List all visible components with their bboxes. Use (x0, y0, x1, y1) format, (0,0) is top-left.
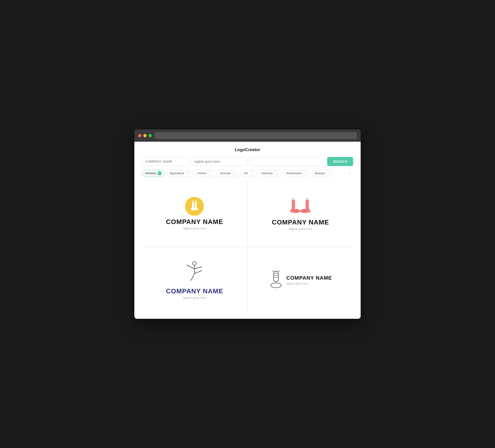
logo-grid: COMPANY NAME tagline goes here (142, 181, 353, 313)
svg-line-32 (278, 271, 280, 272)
logo2-company: COMPANY NAME (272, 219, 329, 226)
filter-bar: Abstract✓Agriculture✓Airline✓Animals✓Art… (142, 170, 353, 177)
filter-chip-beauty[interactable]: Beauty✓ (312, 170, 333, 177)
filter-label: Abstract (145, 171, 156, 175)
svg-rect-26 (274, 271, 278, 282)
filter-chip-automotive[interactable]: Automotive✓ (283, 170, 310, 177)
svg-line-5 (193, 200, 194, 202)
filter-chip-animals[interactable]: Animals✓ (217, 170, 239, 177)
filter-chip-attorney[interactable]: Attorney✓ (258, 170, 281, 177)
svg-point-21 (201, 267, 202, 268)
logo-card-3[interactable]: COMPANY NAME tagline goes here (142, 247, 247, 313)
address-bar (155, 132, 357, 139)
filter-label: Agriculture (170, 171, 184, 175)
svg-line-4 (192, 200, 193, 202)
filter-check-icon: ✓ (303, 171, 307, 175)
filter-check-icon: ✓ (274, 171, 278, 175)
svg-line-23 (194, 271, 200, 274)
app-content: LogoCreator SEARCH Abstract✓Agriculture✓… (134, 142, 361, 319)
ballet-shoe-outline-icon (269, 271, 283, 289)
svg-point-15 (302, 209, 307, 212)
company-name-input[interactable] (142, 157, 189, 166)
filter-check-icon: ✓ (326, 171, 330, 175)
logo2-tagline: tagline goes here (289, 227, 312, 231)
svg-line-7 (196, 200, 197, 202)
filter-label: Animals (220, 171, 231, 175)
svg-point-27 (271, 283, 281, 288)
filter-check-icon: ✓ (249, 171, 253, 175)
logo-card-3-inner: COMPANY NAME tagline goes here (166, 261, 223, 299)
pink-ballet-shoes-icon (289, 196, 312, 216)
filter-chip-art[interactable]: Art✓ (241, 170, 256, 177)
svg-line-6 (195, 200, 196, 202)
logo-card-1[interactable]: COMPANY NAME tagline goes here (142, 181, 247, 247)
logo4-tagline: tagline goes here (286, 282, 332, 285)
logo3-company: COMPANY NAME (166, 287, 223, 295)
svg-line-31 (272, 271, 274, 272)
filter-next-arrow[interactable]: → (345, 170, 353, 177)
svg-line-25 (200, 270, 202, 271)
search-bar: SEARCH (142, 157, 353, 166)
svg-rect-1 (192, 202, 194, 209)
filter-label: Beauty (315, 171, 324, 175)
filter-check-icon: ✓ (232, 171, 236, 175)
svg-point-14 (294, 209, 298, 212)
filter-chip-agriculture[interactable]: Agriculture✓ (167, 170, 193, 177)
svg-line-19 (194, 267, 201, 269)
traffic-lights (138, 134, 152, 137)
logo3-tagline: tagline goes here (183, 296, 206, 299)
filter-label: Art (244, 171, 248, 175)
logo-card-1-inner: COMPANY NAME tagline goes here (166, 197, 223, 230)
browser-window: LogoCreator SEARCH Abstract✓Agriculture✓… (134, 129, 361, 319)
close-button[interactable] (138, 134, 141, 137)
filter-check-icon: ✓ (186, 171, 190, 175)
logo-card-2[interactable]: COMPANY NAME tagline goes here (248, 181, 353, 247)
filter-chip-abstract[interactable]: Abstract✓ (142, 170, 165, 177)
svg-line-22 (192, 274, 194, 280)
ballet-shoes-yellow-icon (185, 197, 204, 216)
logo-card-4-inner: COMPANY NAME tagline goes here (269, 271, 332, 289)
logo4-text: COMPANY NAME tagline goes here (286, 275, 332, 285)
svg-point-20 (187, 265, 188, 266)
filter-chip-airline[interactable]: Airline✓ (195, 170, 215, 177)
logo1-tagline: tagline goes here (183, 227, 206, 230)
svg-rect-3 (195, 202, 197, 209)
filter-check-icon: ✓ (207, 171, 212, 175)
logo1-company: COMPANY NAME (166, 218, 223, 226)
svg-point-16 (192, 262, 196, 265)
filter-label: Automotive (286, 171, 302, 175)
ballet-dancer-icon (185, 261, 204, 285)
search-button[interactable]: SEARCH (327, 157, 353, 166)
logo-card-4[interactable]: COMPANY NAME tagline goes here (248, 247, 353, 313)
logo4-company: COMPANY NAME (286, 275, 332, 281)
minimize-button[interactable] (143, 134, 147, 137)
svg-line-18 (187, 265, 194, 269)
filter-label: Airline (198, 171, 206, 175)
filter-label: Attorney (261, 171, 273, 175)
filter-check-icon: ✓ (157, 171, 162, 175)
maximize-button[interactable] (149, 134, 152, 137)
svg-line-24 (190, 280, 192, 280)
logo-card-2-inner: COMPANY NAME tagline goes here (272, 196, 329, 231)
browser-chrome (134, 129, 361, 142)
tagline-input[interactable] (191, 157, 248, 166)
extra-search-input[interactable] (249, 157, 325, 166)
app-title: LogoCreator (142, 147, 353, 152)
